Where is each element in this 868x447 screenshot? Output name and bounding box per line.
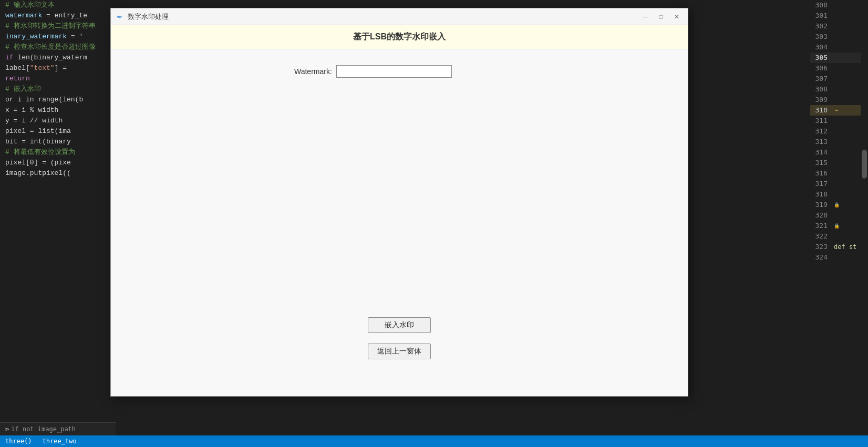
watermark-label: Watermark: (294, 67, 332, 76)
line-row-322: 322 (810, 231, 868, 242)
code-line-20: # 将最低有效位设置为 (5, 147, 110, 158)
line-num-304: 304 (810, 42, 834, 53)
line-row-308: 308 (810, 84, 868, 95)
code-line-13: or i in range(len(b (5, 95, 110, 105)
code-line-1: # 输入水印文本 (5, 0, 110, 11)
line-row-319: 319 🔒 (810, 200, 868, 210)
code-line-5: inary_watermark = ' (5, 32, 110, 42)
line-row-318: 318 (810, 189, 868, 200)
back-button[interactable]: 返回上一窗体 (368, 344, 431, 359)
line-row-310: 310 ━ (810, 105, 868, 116)
dialog-content: Watermark: 嵌入水印 返回上一窗体 (111, 49, 688, 396)
watermark-input[interactable] (336, 65, 452, 78)
line-row-302: 302 (810, 21, 868, 32)
line-num-319: 319 (810, 200, 834, 210)
line-num-318: 318 (810, 189, 834, 200)
lock-icon-319: 🔒 (834, 200, 840, 210)
code-line-4: # 将水印转换为二进制字符串 (5, 21, 110, 32)
line-num-322: 322 (810, 231, 834, 242)
line-row-306: 306 (810, 63, 868, 74)
embed-watermark-button[interactable]: 嵌入水印 (368, 317, 431, 333)
line-num-323: 323 (810, 242, 834, 252)
line-num-303: 303 (810, 32, 834, 42)
code-line-7: # 检查水印长度是否超过图像 (5, 42, 110, 53)
line-row-307: 307 (810, 74, 868, 84)
code-line-21: pixel[0] = (pixe (5, 158, 110, 168)
line-num-317: 317 (810, 179, 834, 189)
banner-text: 基于LSB的数字水印嵌入 (353, 32, 446, 41)
line-num-312: 312 (810, 126, 834, 137)
close-button[interactable]: ✕ (670, 12, 684, 22)
line-row-316: 316 (810, 168, 868, 179)
code-line-18: bit = int(binary (5, 137, 110, 147)
line-row-320: 320 (810, 210, 868, 221)
status-item-2: three_two (43, 438, 77, 445)
line-num-305: 305 (810, 53, 834, 63)
code-line-10: return (5, 74, 110, 84)
line-row-312: 312 (810, 126, 868, 137)
dialog-titlebar: ✒ 数字水印处理 ─ □ ✕ (111, 8, 688, 25)
line-num-307: 307 (810, 74, 834, 84)
dialog-banner: 基于LSB的数字水印嵌入 (111, 25, 688, 49)
line-num-315: 315 (810, 158, 834, 168)
line-num-321: 321 (810, 221, 834, 231)
code-line-9: label["text"] = (5, 63, 110, 74)
status-item-1: three() (5, 438, 32, 445)
line-num-324: 324 (810, 252, 834, 263)
line-num-302: 302 (810, 21, 834, 32)
status-bar: three() three_two (0, 435, 868, 447)
line-num-306: 306 (810, 63, 834, 74)
maximize-button[interactable]: □ (654, 12, 668, 22)
line-row-309: 309 (810, 95, 868, 105)
line-num-308: 308 (810, 84, 834, 95)
line-numbers-panel: 300 301 302 303 304 305 306 307 308 309 (810, 0, 868, 435)
line-row-321: 321 🔒 (810, 221, 868, 231)
code-lines: # 输入水印文本 watermark = entry_te # 将水印转换为二进… (0, 0, 116, 447)
line-row-317: 317 (810, 179, 868, 189)
dialog-window: ✒ 数字水印处理 ─ □ ✕ 基于LSB的数字水印嵌入 Watermark: 嵌… (110, 8, 688, 397)
code-line-15: y = i // width (5, 116, 110, 126)
line-row-300: 300 (810, 0, 868, 11)
line-num-320: 320 (810, 210, 834, 221)
line-num-313: 313 (810, 137, 834, 147)
if-indicator-text: if not image_path (11, 425, 76, 433)
code-line-14: x = i % width (5, 105, 110, 116)
line-num-310: 310 (810, 105, 834, 116)
code-line-2: watermark = entry_te (5, 11, 110, 21)
line-row-303: 303 (810, 32, 868, 42)
code-line-23: image.putpixel(( (5, 168, 110, 179)
line-row-305: 305 (810, 53, 868, 63)
line-num-301: 301 (810, 11, 834, 21)
line-row-311: 311 (810, 116, 868, 126)
line-row-324: 324 (810, 252, 868, 263)
line-row-301: 301 (810, 11, 868, 21)
minimize-button[interactable]: ─ (638, 12, 652, 22)
dialog-button-area: 嵌入水印 返回上一窗体 (368, 317, 431, 380)
scrollbar-track[interactable] (861, 0, 868, 435)
line-num-300: 300 (810, 0, 834, 11)
dialog-title-text: 数字水印处理 (128, 12, 638, 22)
lock-icon-321: 🔒 (834, 221, 840, 231)
line-num-316: 316 (810, 168, 834, 179)
line-row-315: 315 (810, 158, 868, 168)
code-line-12: # 嵌入水印 (5, 84, 110, 95)
code-line-17: pixel = list(ima (5, 126, 110, 137)
line-num-309: 309 (810, 95, 834, 105)
highlight-marker-310: ━ (835, 105, 838, 116)
watermark-input-row: Watermark: (294, 65, 504, 78)
line-num-311: 311 (810, 116, 834, 126)
dialog-window-controls: ─ □ ✕ (638, 12, 684, 22)
dialog-title-icon: ✒ (115, 12, 125, 22)
line-row-313: 313 (810, 137, 868, 147)
if-indicator-icon: ⊳ (5, 425, 9, 433)
code-line-8: if len(binary_waterm (5, 53, 110, 63)
code-snippet-323: def st (834, 242, 856, 252)
scrollbar-thumb[interactable] (862, 150, 867, 179)
code-editor-left: # 输入水印文本 watermark = entry_te # 将水印转换为二进… (0, 0, 116, 447)
line-row-304: 304 (810, 42, 868, 53)
line-row-323: 323 def st (810, 242, 868, 252)
line-num-314: 314 (810, 147, 834, 158)
bottom-code-indicator: ⊳ if not image_path (0, 422, 116, 435)
line-row-314: 314 (810, 147, 868, 158)
